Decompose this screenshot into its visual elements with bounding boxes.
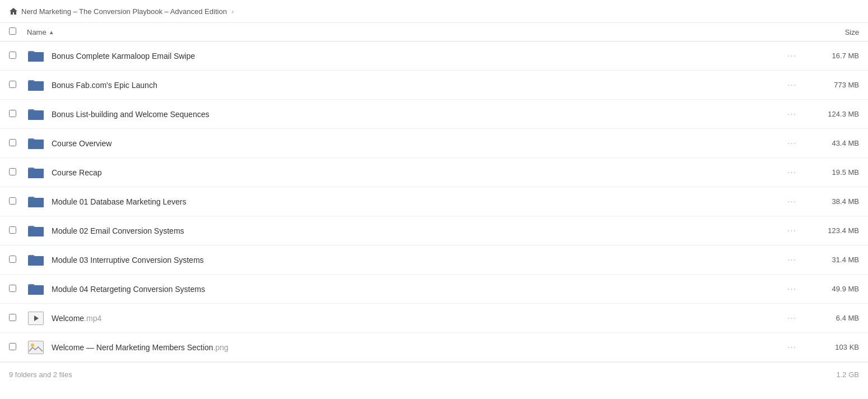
svg-rect-4: [28, 169, 44, 178]
breadcrumb-bar: Nerd Marketing – The Conversion Playbook…: [0, 0, 868, 23]
row-size: 6.4 MB: [803, 314, 859, 322]
row-icon: [27, 222, 45, 240]
row-icon: [27, 338, 45, 356]
row-checkbox[interactable]: [9, 168, 20, 177]
row-checkbox[interactable]: [9, 81, 20, 90]
list-item[interactable]: Module 02 Email Conversion Systems ··· 1…: [0, 216, 868, 245]
footer-bar: 9 folders and 2 files 1.2 GB: [0, 362, 868, 387]
row-checkbox[interactable]: [9, 343, 20, 352]
list-item[interactable]: Module 04 Retargeting Conversion Systems…: [0, 275, 868, 304]
row-name: Module 03 Interruptive Conversion System…: [52, 256, 781, 265]
row-size: 16.7 MB: [803, 52, 859, 60]
image-file-icon: [28, 341, 44, 354]
svg-rect-8: [28, 285, 44, 295]
svg-rect-5: [28, 198, 44, 207]
file-name: Bonus Fab.com's Epic Launch: [52, 81, 157, 90]
name-column-header[interactable]: Name ▲: [27, 28, 803, 36]
file-name: Course Overview: [52, 139, 112, 148]
svg-rect-2: [28, 110, 44, 120]
row-icon: [27, 309, 45, 327]
row-actions-menu[interactable]: ···: [781, 109, 803, 119]
row-checkbox[interactable]: [9, 314, 20, 323]
svg-rect-1: [28, 81, 44, 91]
row-checkbox[interactable]: [9, 256, 20, 265]
row-actions-menu[interactable]: ···: [781, 138, 803, 149]
row-actions-menu[interactable]: ···: [781, 226, 803, 236]
row-checkbox[interactable]: [9, 139, 20, 148]
list-item[interactable]: Welcome — Nerd Marketing Members Section…: [0, 333, 868, 362]
list-item[interactable]: Welcome.mp4 ··· 6.4 MB: [0, 304, 868, 333]
list-item[interactable]: Bonus List-building and Welcome Sequence…: [0, 100, 868, 129]
row-icon: [27, 105, 45, 123]
list-item[interactable]: Module 03 Interruptive Conversion System…: [0, 245, 868, 275]
row-name: Module 01 Database Marketing Levers: [52, 197, 781, 206]
row-icon: [27, 76, 45, 94]
footer-total-size: 1.2 GB: [837, 370, 859, 379]
row-size: 49.9 MB: [803, 285, 859, 293]
file-name: Welcome.mp4: [52, 314, 101, 323]
file-list: Bonus Complete Karmaloop Email Swipe ···…: [0, 41, 868, 362]
row-name: Course Overview: [52, 139, 781, 148]
row-size: 38.4 MB: [803, 197, 859, 206]
row-name: Module 04 Retargeting Conversion Systems: [52, 285, 781, 294]
svg-rect-0: [28, 52, 44, 62]
row-icon: [27, 164, 45, 182]
list-item[interactable]: Course Recap ··· 19.5 MB: [0, 158, 868, 187]
row-name: Bonus Complete Karmaloop Email Swipe: [52, 52, 781, 61]
row-size: 124.3 MB: [803, 110, 859, 118]
row-size: 31.4 MB: [803, 256, 859, 264]
file-name: Module 01 Database Marketing Levers: [52, 197, 186, 206]
file-name: Bonus Complete Karmaloop Email Swipe: [52, 52, 195, 61]
row-name: Course Recap: [52, 168, 781, 177]
row-name: Welcome — Nerd Marketing Members Section…: [52, 343, 781, 352]
row-icon: [27, 134, 45, 152]
row-size: 123.4 MB: [803, 226, 859, 235]
row-checkbox[interactable]: [9, 197, 20, 206]
breadcrumb-arrow: ›: [231, 7, 234, 16]
list-item[interactable]: Bonus Fab.com's Epic Launch ··· 773 MB: [0, 71, 868, 100]
file-name: Welcome — Nerd Marketing Members Section…: [52, 343, 229, 352]
row-name: Module 02 Email Conversion Systems: [52, 226, 781, 235]
row-icon: [27, 193, 45, 211]
row-actions-menu[interactable]: ···: [781, 168, 803, 178]
file-name: Bonus List-building and Welcome Sequence…: [52, 110, 209, 119]
list-item[interactable]: Bonus Complete Karmaloop Email Swipe ···…: [0, 41, 868, 71]
row-size: 773 MB: [803, 81, 859, 89]
row-actions-menu[interactable]: ···: [781, 313, 803, 323]
footer-summary: 9 folders and 2 files: [9, 370, 72, 379]
sort-arrow-icon: ▲: [49, 29, 54, 35]
file-name: Module 03 Interruptive Conversion System…: [52, 256, 204, 265]
row-icon: [27, 47, 45, 65]
row-checkbox[interactable]: [9, 226, 20, 235]
row-actions-menu[interactable]: ···: [781, 255, 803, 265]
list-item[interactable]: Module 01 Database Marketing Levers ··· …: [0, 187, 868, 216]
file-name: Module 04 Retargeting Conversion Systems: [52, 285, 205, 294]
row-name: Bonus Fab.com's Epic Launch: [52, 81, 781, 90]
row-actions-menu[interactable]: ···: [781, 80, 803, 90]
file-name: Course Recap: [52, 168, 102, 177]
list-item[interactable]: Course Overview ··· 43.4 MB: [0, 129, 868, 158]
size-column-header: Size: [803, 28, 859, 36]
row-checkbox[interactable]: [9, 285, 20, 294]
row-size: 103 KB: [803, 343, 859, 351]
row-checkbox[interactable]: [9, 110, 20, 119]
row-actions-menu[interactable]: ···: [781, 51, 803, 61]
select-all-checkbox[interactable]: [9, 27, 20, 36]
row-icon: [27, 251, 45, 269]
svg-rect-7: [28, 256, 44, 266]
row-icon: [27, 280, 45, 298]
svg-rect-3: [28, 140, 44, 149]
row-checkbox[interactable]: [9, 52, 20, 61]
home-icon[interactable]: [9, 7, 18, 16]
row-name: Bonus List-building and Welcome Sequence…: [52, 110, 781, 119]
breadcrumb-path[interactable]: Nerd Marketing – The Conversion Playbook…: [21, 7, 227, 16]
table-header: Name ▲ Size: [0, 23, 868, 41]
row-actions-menu[interactable]: ···: [781, 284, 803, 294]
file-name: Module 02 Email Conversion Systems: [52, 226, 184, 235]
row-actions-menu[interactable]: ···: [781, 342, 803, 352]
video-file-icon: [28, 312, 44, 325]
svg-rect-6: [28, 227, 44, 236]
row-actions-menu[interactable]: ···: [781, 197, 803, 207]
row-size: 43.4 MB: [803, 139, 859, 147]
row-size: 19.5 MB: [803, 168, 859, 177]
